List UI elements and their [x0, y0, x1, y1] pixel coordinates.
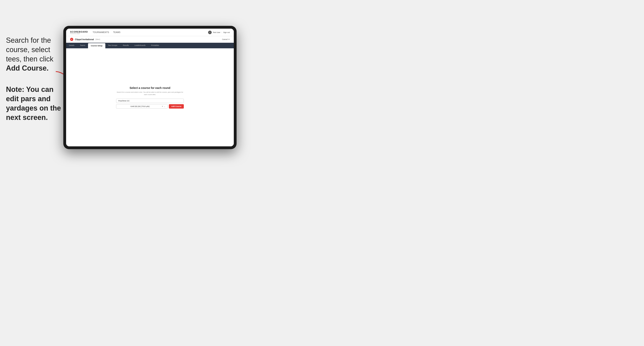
- annotation-area: Search for the course, select tees, then…: [6, 36, 62, 122]
- annotation-note: Note: You can edit pars and yardages on …: [6, 85, 62, 122]
- annotation-bold: Add Course.: [6, 64, 48, 72]
- tab-course-setup[interactable]: Course Setup: [88, 43, 105, 48]
- tee-select-value: Gold (M) (M) (7010 yds): [118, 105, 162, 107]
- logo-sub: Powered by clippd: [70, 33, 88, 34]
- tee-select-wrapper[interactable]: Gold (M) (M) (7010 yds) ✕ ⌄: [116, 104, 168, 109]
- tee-select-row: Gold (M) (M) (7010 yds) ✕ ⌄ Add Course: [116, 104, 184, 109]
- tab-details[interactable]: Details: [66, 43, 77, 48]
- cancel-icon: ✕: [228, 38, 230, 40]
- tablet-screen: SCOREBOARD Powered by clippd TOURNAMENTS…: [66, 29, 234, 146]
- section-description: Search for a course and select a tee. Yo…: [116, 91, 184, 96]
- top-nav-bar: SCOREBOARD Powered by clippd TOURNAMENTS…: [66, 29, 234, 36]
- tab-tee-groups[interactable]: Tee Groups: [105, 43, 120, 48]
- tablet-device: SCOREBOARD Powered by clippd TOURNAMENTS…: [63, 26, 236, 149]
- user-avatar: U: [208, 31, 212, 34]
- tournament-name: Clippd Invitational: [75, 38, 94, 40]
- tab-bar: Details Teams Course Setup Tee Groups Re…: [66, 43, 234, 48]
- nav-teams[interactable]: TEAMS: [113, 31, 120, 33]
- cancel-button[interactable]: Cancel ✕: [222, 38, 230, 40]
- sign-out-link[interactable]: Sign out: [223, 31, 230, 33]
- tee-controls: ✕ ⌄: [162, 105, 166, 107]
- cancel-label: Cancel: [222, 38, 228, 40]
- course-search-input[interactable]: [116, 99, 184, 103]
- main-content: Select a course for each round Search fo…: [66, 48, 234, 146]
- user-area: U Test User | Sign out: [208, 31, 230, 34]
- avatar-initials: U: [209, 32, 210, 33]
- annotation-text: Search for the course, select tees, then…: [6, 36, 62, 73]
- tab-teams[interactable]: Teams: [77, 43, 88, 48]
- tournament-gender: (Men): [96, 38, 100, 40]
- tournament-header: C Clippd Invitational (Men) Cancel ✕: [66, 36, 234, 43]
- tab-results[interactable]: Results: [120, 43, 132, 48]
- clippd-icon: C: [70, 38, 73, 41]
- logo-text: SCOREBOARD: [70, 31, 88, 33]
- nav-tournaments[interactable]: TOURNAMENTS: [92, 31, 109, 33]
- course-select-section: Select a course for each round Search fo…: [116, 86, 184, 109]
- tee-chevron-icon[interactable]: ⌄: [164, 105, 166, 107]
- tournament-title-area: C Clippd Invitational (Men): [70, 38, 100, 41]
- user-name: Test User: [213, 31, 220, 33]
- section-title: Select a course for each round: [116, 86, 184, 89]
- add-course-button[interactable]: Add Course: [169, 104, 184, 109]
- tab-leaderboards[interactable]: Leaderboards: [132, 43, 148, 48]
- tab-printables[interactable]: Printables: [148, 43, 162, 48]
- tee-clear-icon[interactable]: ✕: [162, 105, 163, 107]
- logo-area: SCOREBOARD Powered by clippd: [70, 31, 88, 34]
- nav-links: TOURNAMENTS TEAMS: [92, 31, 208, 33]
- separator: |: [222, 31, 222, 33]
